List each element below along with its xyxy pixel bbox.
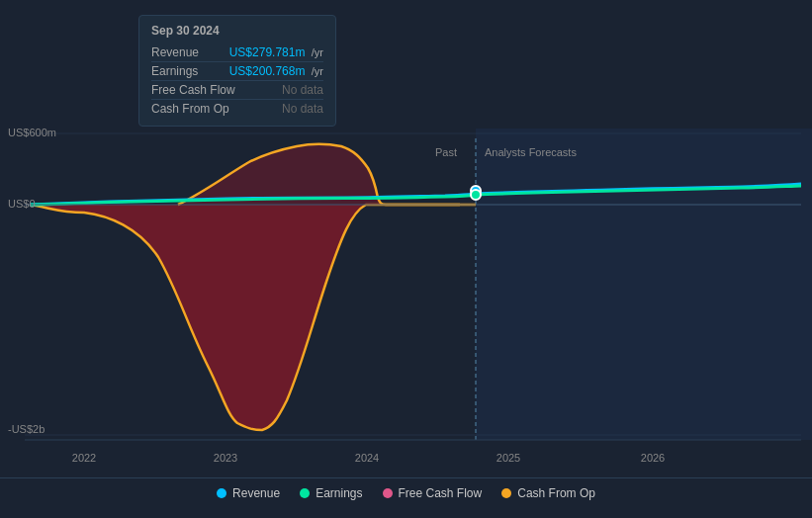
svg-rect-3 [476, 129, 812, 440]
legend-item-cashop[interactable]: Cash From Op [501, 486, 595, 500]
tooltip-value-earnings: US$200.768m [229, 64, 306, 78]
y-label-0: US$0 [8, 198, 36, 210]
legend-label-fcf: Free Cash Flow [399, 486, 483, 500]
tooltip-row-earnings: Earnings US$200.768m /yr [151, 62, 323, 81]
tooltip-label-cashop: Cash From Op [151, 102, 229, 116]
x-label-2023: 2023 [214, 452, 237, 464]
x-label-2026: 2026 [641, 452, 665, 464]
tooltip-value-cashop: No data [282, 102, 323, 116]
tooltip-row-fcf: Free Cash Flow No data [151, 81, 323, 100]
legend-label-revenue: Revenue [232, 486, 280, 500]
tooltip-label-earnings: Earnings [151, 64, 198, 78]
main-chart [0, 0, 812, 475]
x-label-2024: 2024 [355, 452, 379, 464]
legend-dot-fcf [383, 488, 393, 498]
legend: Revenue Earnings Free Cash Flow Cash Fro… [0, 477, 812, 508]
tooltip-label-revenue: Revenue [151, 45, 199, 59]
chart-container: US$600m US$0 -US$2b Past Analysts Foreca… [0, 0, 812, 518]
past-label: Past [435, 146, 457, 158]
tooltip-unit-earnings: /yr [312, 65, 323, 77]
legend-dot-cashop [501, 488, 511, 498]
tooltip-unit-revenue: /yr [312, 46, 323, 58]
legend-item-revenue[interactable]: Revenue [217, 486, 280, 500]
legend-item-fcf[interactable]: Free Cash Flow [383, 486, 483, 500]
tooltip-label-fcf: Free Cash Flow [151, 83, 235, 97]
y-label-neg2b: -US$2b [8, 423, 45, 435]
tooltip: Sep 30 2024 Revenue US$279.781m /yr Earn… [138, 15, 336, 127]
legend-dot-earnings [300, 488, 310, 498]
tooltip-value-fcf: No data [282, 83, 323, 97]
tooltip-value-revenue: US$279.781m [229, 45, 306, 59]
x-label-2022: 2022 [72, 452, 96, 464]
legend-label-cashop: Cash From Op [517, 486, 595, 500]
legend-label-earnings: Earnings [316, 486, 362, 500]
forecast-label: Analysts Forecasts [485, 146, 577, 158]
tooltip-row-revenue: Revenue US$279.781m /yr [151, 43, 323, 62]
legend-item-earnings[interactable]: Earnings [300, 486, 362, 500]
tooltip-title: Sep 30 2024 [151, 24, 323, 38]
y-label-600m: US$600m [8, 127, 56, 138]
tooltip-row-cashop: Cash From Op No data [151, 100, 323, 118]
x-label-2025: 2025 [496, 452, 520, 464]
svg-point-9 [471, 190, 481, 200]
legend-dot-revenue [217, 488, 226, 498]
